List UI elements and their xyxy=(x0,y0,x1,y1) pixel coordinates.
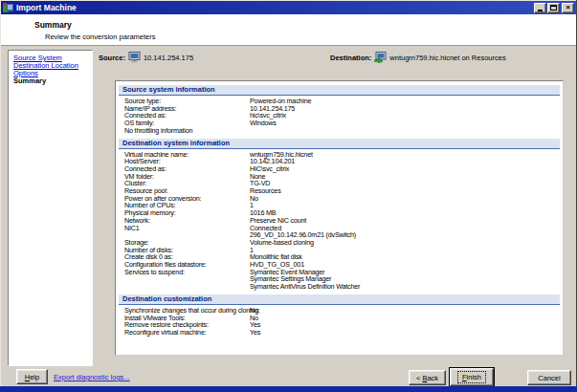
row-value: None xyxy=(250,173,561,181)
summary-row: VM folder:None xyxy=(118,173,561,181)
row-value: No xyxy=(250,315,561,322)
row-value: wntugrn759.hic.hicnet xyxy=(250,151,561,159)
summary-row: Host/Server:10.142.104.201 xyxy=(118,158,561,165)
row-value: Powered-on machine xyxy=(250,98,561,105)
summary-row: Power on after conversion:No xyxy=(118,195,561,203)
section-title: Destination customization xyxy=(119,294,560,305)
help-button[interactable]: Help xyxy=(16,369,48,384)
row-value: HIC\svc_citrix xyxy=(250,165,561,173)
page-subtitle: Review the conversion parameters xyxy=(45,33,155,41)
section-title: Source system information xyxy=(119,85,560,96)
row-label xyxy=(124,275,250,283)
app-icon xyxy=(3,3,13,13)
row-value: No xyxy=(250,307,561,315)
summary-row: Services to suspend:Symantec Event Manag… xyxy=(118,269,561,276)
computer-green-arrow-icon xyxy=(374,52,387,63)
row-value: Symantec AntiVirus Definition Watcher xyxy=(250,283,561,291)
window-bottom-edge xyxy=(0,386,577,392)
source-value: 10.141.254.175 xyxy=(144,54,193,62)
row-value: No xyxy=(250,195,561,203)
export-diagnostic-logs-link[interactable]: Export diagnostic logs... xyxy=(54,373,130,381)
summary-row: Symantec AntiVirus Definition Watcher xyxy=(118,283,561,291)
minimize-button[interactable] xyxy=(534,3,546,13)
summary-row: Cluster:TG-VD xyxy=(118,180,561,187)
row-value: Resources xyxy=(250,187,561,195)
close-icon: × xyxy=(566,4,570,11)
sidebar-item-summary: Summary xyxy=(13,77,90,85)
row-label: No throttling information xyxy=(124,127,250,135)
summary-row: Connected as:HIC\svc_citrix xyxy=(118,165,561,173)
row-value: hic\svc_citrix xyxy=(250,112,561,120)
row-label: Network: xyxy=(124,217,250,225)
minimize-icon xyxy=(538,10,543,11)
row-value xyxy=(250,127,561,135)
source-label: Source: xyxy=(99,54,125,62)
summary-row: No throttling information xyxy=(118,127,561,135)
summary-row: Source type:Powered-on machine xyxy=(118,98,561,105)
summary-row: Virtual machine name:wntugrn759.hic.hicn… xyxy=(118,151,561,159)
page-title: Summary xyxy=(34,20,72,30)
row-value: TG-VD xyxy=(250,180,561,187)
row-value: 10.142.104.201 xyxy=(250,158,561,165)
summary-row: Physical memory:1016 MB xyxy=(118,209,561,217)
wizard-header: Summary Review the conversion parameters xyxy=(1,14,576,46)
summary-row: Connected as:hic\svc_citrix xyxy=(118,112,561,120)
destination-value: wntugrn759.hic.hicnet on Resources xyxy=(389,54,505,62)
import-machine-window: Import Machine × Summary Review the conv… xyxy=(0,0,577,392)
source-banner: Source: 10.141.254.175 xyxy=(99,52,193,63)
destination-banner: Destination: wntugrn759.hic.hicnet on Re… xyxy=(330,52,506,63)
section-destination-customization: Destination customizationSynchronize cha… xyxy=(118,294,561,337)
row-value: 10.141.254.175 xyxy=(250,105,561,113)
cancel-button[interactable]: Cancel xyxy=(527,370,571,385)
window-title: Import Machine xyxy=(16,3,533,12)
summary-row: Storage:Volume-based cloning xyxy=(118,239,561,247)
finish-button[interactable]: Finish xyxy=(450,368,494,386)
row-value: 1 xyxy=(250,202,561,209)
row-label xyxy=(124,283,250,291)
summary-panel: Source system informationSource type:Pow… xyxy=(115,80,564,356)
row-label: Reconfigure virtual machine: xyxy=(124,329,250,337)
row-value: Yes xyxy=(250,321,561,329)
row-label: Services to suspend: xyxy=(124,269,250,276)
section-source-system-information: Source system informationSource type:Pow… xyxy=(118,85,561,135)
computer-icon xyxy=(128,52,141,63)
maximize-icon xyxy=(550,5,557,11)
close-button[interactable]: × xyxy=(562,3,574,13)
summary-row: 296_VD_10.142.96.0m21 (dvSwitch) xyxy=(118,231,561,239)
row-value: Windows xyxy=(250,120,561,127)
summary-row: Network:Preserve NIC count xyxy=(118,217,561,225)
summary-row: Number of CPUs:1 xyxy=(118,202,561,209)
section-title: Destination system information xyxy=(119,139,560,149)
summary-row: Reconfigure virtual machine:Yes xyxy=(118,329,561,337)
maximize-button[interactable] xyxy=(547,3,560,13)
row-value: Preserve NIC count xyxy=(250,217,561,225)
wizard-steps-sidebar: Source SystemDestination LocationOptions… xyxy=(8,50,93,366)
section-destination-system-information: Destination system informationVirtual ma… xyxy=(118,139,561,291)
back-button[interactable]: < Back xyxy=(409,370,446,385)
summary-row: Number of disks:1 xyxy=(118,247,561,254)
summary-row: Name/IP address:10.141.254.175 xyxy=(118,105,561,113)
destination-label: Destination: xyxy=(330,54,371,62)
row-value: Volume-based cloning xyxy=(250,239,561,247)
row-label: NIC1 xyxy=(124,225,250,232)
row-value: Yes xyxy=(250,329,561,337)
title-bar: Import Machine × xyxy=(1,1,576,14)
